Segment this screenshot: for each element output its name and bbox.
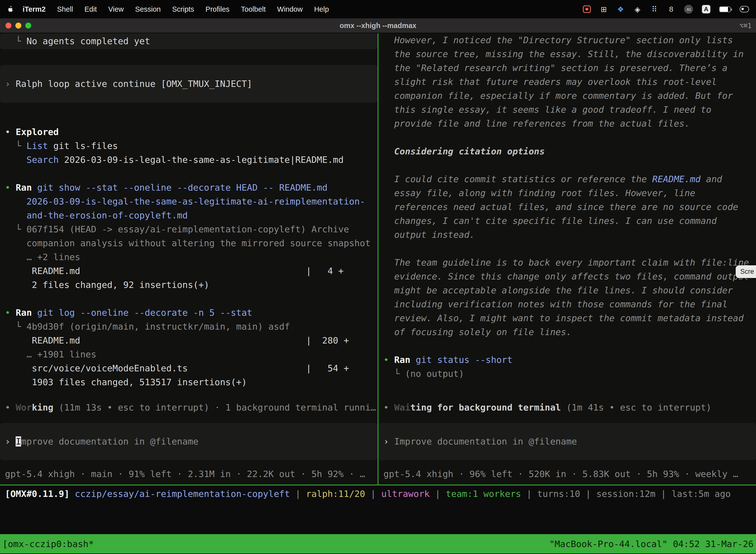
text-segment: output instead. [383,230,475,240]
text-segment: 4b9d30f (origin/main, instructkr/main, m… [26,321,290,332]
text-segment: • [383,355,394,365]
text-segment: | [365,489,381,499]
text-segment: (1m 41s • esc to interrupt) [561,402,711,412]
text-segment: ralph:11/20 [306,489,365,499]
terminal-line: └ (no output) [378,367,756,381]
terminal-line: of focusing solely on file lines. [378,325,756,339]
keyboard-grid-icon[interactable]: ⊞ [600,5,608,14]
text-segment: 2 files changed, 92 insertions(+) [5,280,209,290]
text-segment: gpt-5.4 xhigh · 96% left · 520K in · 5.8… [383,469,738,479]
blue-app-icon[interactable]: ❖ [617,5,625,14]
text-segment: essay file, along with finding root file… [383,188,695,198]
right-status-line: gpt-5.4 xhigh · 96% left · 520K in · 5.8… [378,467,756,481]
terminal-window: └ No agents completed yet› Ralph loop ac… [0,33,756,554]
menu-item-window[interactable]: Window [271,5,308,13]
left-input-box[interactable]: › Improve documentation in @filename [0,423,378,460]
text-segment: • [5,127,16,137]
terminal-line: I could cite commit statistics or refere… [378,172,756,186]
tmux-status-bar: [omx-cczip0:bash* "MacBook-Pro-44.local"… [0,534,756,554]
text-segment: might be acceptable alongside the file l… [383,285,733,295]
text-segment: | [580,489,596,499]
text-segment: turns:10 [537,489,580,499]
dots-grid-icon[interactable]: ⠿ [650,5,658,14]
terminal-line: companion analysis without altering the … [0,236,378,250]
zoom-button[interactable] [25,22,31,29]
text-segment: └ [383,369,405,379]
text-segment: Search [26,155,59,165]
text-segment: • [5,402,16,412]
text-segment: I [16,436,21,447]
menu-item-view[interactable]: View [103,5,129,13]
terminal-line: this single essay, it seems like a good … [378,103,756,117]
right-pane-footer: • Waiting for background terminal (1m 41… [378,399,756,485]
omx-status-line: [OMX#0.11.9] cczip/essay/ai-reimplementa… [0,487,756,501]
menu-item-toolbelt[interactable]: Toolbelt [235,5,271,13]
tmux-session-label: [omx-cczip0:bash* [2,539,94,549]
terminal-line: companion file, especially if more comme… [378,89,756,103]
window-title-bar[interactable]: omx --xhigh --madmax ⌥⌘1 [0,18,756,33]
control-center-icon[interactable] [740,6,749,12]
input-source-icon[interactable]: A [702,5,710,13]
menu-item-scripts[interactable]: Scripts [167,5,200,13]
terminal-line: Search 2026-03-09-is-legal-the-same-as-l… [0,153,378,167]
circle-badge-icon[interactable]: .61 [684,5,693,14]
terminal-line: └ 067f154 (HEAD -> essay/ai-reimplementa… [0,222,378,236]
text-segment: and [701,174,722,184]
screen-recording-stop-icon[interactable] [583,5,591,13]
minimize-button[interactable] [15,22,21,29]
apple-menu-icon[interactable] [7,5,17,13]
macos-menu-bar: iTerm2ShellEditViewSessionScriptsProfile… [0,0,756,18]
text-segment: Ran [16,308,37,318]
text-segment: ting for background terminal [410,402,561,412]
terminal-line: changes, I can't cite specific file line… [378,214,756,228]
text-segment: Improve documentation in @filename [394,436,577,447]
menu-item-shell[interactable]: Shell [51,5,79,13]
text-segment: (no output) [405,369,464,379]
terminal-line: • Ran git show --stat --oneline --decora… [0,181,378,195]
terminal-line: • Ran git status --short [378,353,756,367]
text-segment: git log --oneline --decorate -n 5 --stat [37,308,252,318]
text-segment: including verification notes with those … [383,299,728,309]
terminal-line: • Waiting for background terminal (1m 41… [378,401,756,414]
text-segment: git ls-files [48,141,118,151]
app-8-icon[interactable]: 8 [667,5,675,13]
text-segment: Wor [16,402,32,412]
text-segment: and-the-erosion-of-copyleft.md [5,210,188,220]
screen-edge-button[interactable]: Scre [736,265,756,278]
left-terminal-pane[interactable]: └ No agents completed yet› Ralph loop ac… [0,33,378,485]
text-segment: └ [5,321,26,332]
traffic-lights [0,22,31,29]
terminal-line: 2026-03-09-is-legal-the-same-as-legitima… [0,195,378,209]
battery-icon[interactable] [719,6,731,12]
terminal-line: README.md | 280 + [0,334,378,347]
terminal-line: gpt-5.4 xhigh · 96% left · 520K in · 5.8… [378,467,756,481]
terminal-line: might be acceptable alongside the file l… [378,283,756,297]
terminal-line: output instead. [378,228,756,242]
text-segment: king [32,402,53,412]
menu-item-profiles[interactable]: Profiles [200,5,235,13]
menu-item-help[interactable]: Help [308,5,334,13]
terminal-line: › Improve documentation in @filename [378,435,582,448]
right-input-box[interactable]: › Improve documentation in @filename [378,423,756,460]
left-status-line: gpt-5.4 xhigh · main · 91% left · 2.31M … [0,467,378,481]
terminal-line: 1903 files changed, 513517 insertions(+) [0,375,378,389]
text-segment: Ran [16,182,37,192]
text-segment: | [290,489,306,499]
text-segment: Wai [394,402,410,412]
menu-item-session[interactable]: Session [129,5,167,13]
text-segment: companion analysis without altering the … [5,238,371,248]
right-terminal-pane[interactable]: However, I noticed the "Directory Struct… [378,33,756,485]
text-segment: [OMX#0.11.9] [5,489,75,499]
left-pane-scroll: └ No agents completed yet› Ralph loop ac… [0,33,378,399]
menu-item-edit[interactable]: Edit [79,5,103,13]
menu-item-iterm2[interactable]: iTerm2 [17,5,51,13]
text-segment: last:5m ago [672,489,731,499]
dark-app-icon[interactable]: ◈ [633,5,641,14]
terminal-line: src/voice/voiceModeEnabled.ts | 54 + [0,362,378,375]
close-button[interactable] [5,22,11,29]
text-segment: the "Related research writing" section i… [383,63,728,73]
right-pane-scroll: However, I noticed the "Directory Struct… [378,33,756,399]
terminal-line: references need actual files, and since … [378,200,756,214]
text-segment: evidence. Since this change only affects… [383,271,749,281]
terminal-line [0,292,378,306]
